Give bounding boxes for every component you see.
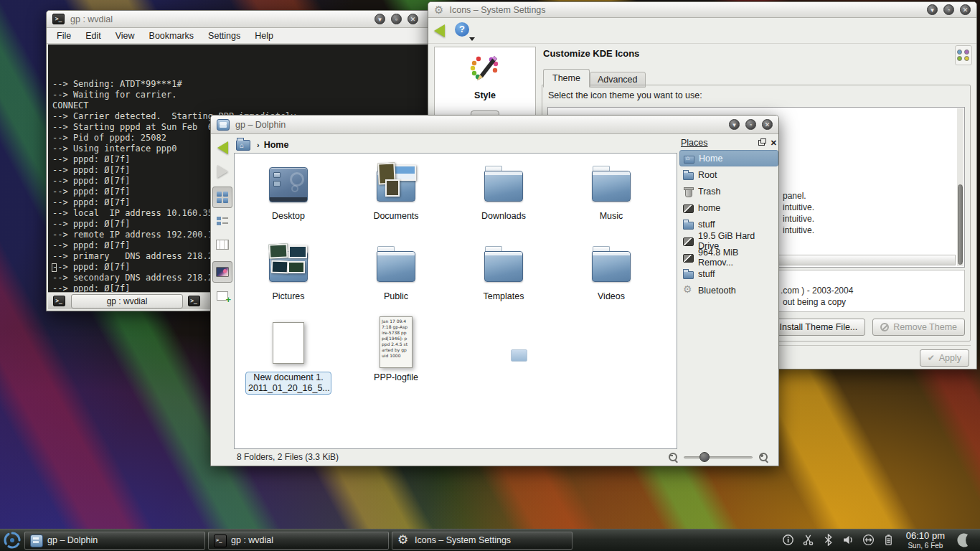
system-settings-titlebar[interactable]: ⚙ Icons – System Settings ▾ ▫ ✕ [428, 2, 976, 18]
task-button[interactable]: gp : wvdial [208, 532, 389, 550]
place-item[interactable]: 964.8 MiB Remov... [679, 249, 778, 265]
minimize-icon[interactable]: ▾ [374, 14, 385, 24]
system-settings-toolbar: ? [428, 18, 976, 44]
terminal-icon: >_ [188, 296, 200, 306]
remove-theme-button[interactable]: Remove Theme [872, 319, 965, 336]
panel-toolbox-icon[interactable] [956, 532, 973, 549]
task-manager: gp – Dolphin gp : wvdial Icons – System … [24, 532, 575, 550]
folder-label: Pictures [269, 291, 307, 303]
breadcrumb-home-button[interactable]: ⌂ [234, 138, 253, 152]
place-item[interactable]: Trash [679, 183, 778, 199]
menu-item[interactable]: View [116, 31, 135, 41]
icons-view-button[interactable] [212, 187, 232, 208]
file-icon: Jan 17 09:4 7:18 gp-Asp ire-5738 pp pd[1… [380, 316, 413, 368]
forward-button[interactable] [212, 161, 232, 182]
close-panel-icon[interactable]: ✕ [771, 139, 777, 146]
maximize-icon[interactable]: ▫ [943, 4, 954, 15]
file-icon [273, 322, 304, 364]
battery-icon[interactable] [882, 533, 895, 547]
task-button[interactable]: Icons – System Settings [392, 532, 573, 550]
folder-item[interactable]: Music [557, 161, 665, 241]
folder-label: Documents [370, 210, 421, 222]
list-item-fragment: intuitive. [783, 225, 814, 236]
back-arrow-icon[interactable] [434, 24, 445, 37]
tab-list-button[interactable]: >_ [184, 294, 203, 309]
icon-theme-list-text: panel.intuitive.intuitive.intuitive. [783, 190, 814, 236]
place-label: home [698, 203, 720, 213]
folder-item[interactable]: Public [342, 241, 450, 321]
digital-clock[interactable]: 06:10 pm Sun, 6 Feb [902, 531, 949, 549]
sidebar-item-style[interactable]: Style [435, 47, 535, 100]
split-view-icon [217, 291, 228, 301]
app-launcher-button[interactable] [0, 529, 24, 551]
description-line: out being a copy [783, 296, 853, 308]
new-tab-button[interactable]: >_ [50, 294, 68, 309]
dolphin-file-view[interactable]: Desktop Documents Downloads [234, 153, 677, 449]
task-label: gp : wvdial [231, 535, 273, 545]
minimize-icon[interactable]: ▾ [729, 119, 740, 130]
zoom-out-icon[interactable] [668, 452, 678, 462]
slider-track [684, 456, 753, 458]
menu-item[interactable]: File [57, 31, 71, 41]
columns-view-button[interactable] [212, 234, 232, 255]
place-item[interactable]: stuff [679, 265, 778, 282]
list-item-fragment: intuitive. [783, 202, 814, 213]
chevron-down-icon [469, 37, 475, 41]
slider-handle[interactable] [699, 452, 710, 462]
minimize-icon[interactable]: ▾ [927, 4, 938, 15]
close-icon[interactable]: ✕ [960, 4, 971, 15]
tab-theme[interactable]: Theme [543, 69, 590, 88]
device-notifier-icon[interactable] [862, 533, 875, 547]
place-item[interactable]: Home [679, 150, 778, 166]
place-icon [682, 202, 694, 214]
maximize-icon[interactable]: ▫ [745, 119, 756, 130]
dolphin-icon [217, 119, 230, 131]
place-icon [682, 235, 694, 247]
place-item[interactable]: Bluetooth [679, 282, 778, 298]
folder-item[interactable]: Desktop [235, 161, 342, 241]
zoom-slider[interactable] [684, 452, 753, 462]
file-item[interactable]: New document 1. 2011_01_20_16_5... [235, 315, 342, 400]
folder-item[interactable]: Videos [557, 241, 665, 321]
close-icon[interactable]: ✕ [762, 119, 773, 130]
volume-icon[interactable] [842, 533, 855, 547]
file-item[interactable]: Jan 17 09:4 7:18 gp-Asp ire-5738 pp pd[1… [342, 315, 450, 400]
folder-item[interactable]: Documents [342, 161, 450, 241]
task-button[interactable]: gp – Dolphin [24, 532, 205, 550]
scrollbar-thumb[interactable] [958, 184, 963, 265]
split-view-button[interactable] [212, 285, 232, 306]
dolphin-titlebar[interactable]: gp – Dolphin ▾ ▫ ✕ [211, 116, 778, 134]
back-button[interactable] [212, 137, 232, 159]
folder-item[interactable]: Downloads [450, 161, 557, 241]
klipper-icon[interactable] [801, 533, 815, 547]
details-view-button[interactable] [212, 210, 232, 232]
folder-item[interactable]: Templates [450, 241, 557, 321]
file-label: PPP-logfile [371, 372, 421, 384]
menu-item[interactable]: Settings [208, 31, 240, 41]
place-item[interactable]: Root [679, 166, 778, 183]
overview-icon[interactable] [955, 45, 972, 65]
dolphin-toolbar [212, 137, 234, 309]
folder-label: Downloads [479, 210, 529, 222]
scrollbar[interactable] [957, 108, 963, 266]
info-icon[interactable] [781, 533, 795, 547]
system-settings-title: Icons – System Settings [449, 5, 545, 15]
menu-item[interactable]: Help [255, 31, 273, 41]
breadcrumb-home[interactable]: Home [264, 140, 289, 150]
help-button[interactable]: ? [455, 22, 473, 39]
preview-button[interactable] [212, 261, 232, 283]
float-panel-icon[interactable] [758, 140, 765, 146]
menu-item[interactable]: Bookmarks [149, 31, 194, 41]
apply-button[interactable]: ✔ Apply [920, 349, 969, 367]
konsole-titlebar[interactable]: >_ gp : wvdial ▾ ▫ ✕ [47, 11, 437, 28]
folder-item[interactable]: Pictures [235, 241, 342, 321]
place-item[interactable]: home [679, 199, 778, 216]
close-icon[interactable]: ✕ [407, 14, 418, 24]
bluetooth-icon[interactable] [821, 533, 835, 547]
konsole-tab[interactable]: gp : wvdial [71, 294, 183, 309]
menu-item[interactable]: Edit [85, 31, 101, 41]
status-text: 8 Folders, 2 Files (3.3 KiB) [237, 452, 339, 462]
maximize-icon[interactable]: ▫ [391, 14, 402, 24]
zoom-in-icon[interactable] [758, 452, 768, 462]
install-theme-label: Install Theme File... [779, 322, 857, 332]
